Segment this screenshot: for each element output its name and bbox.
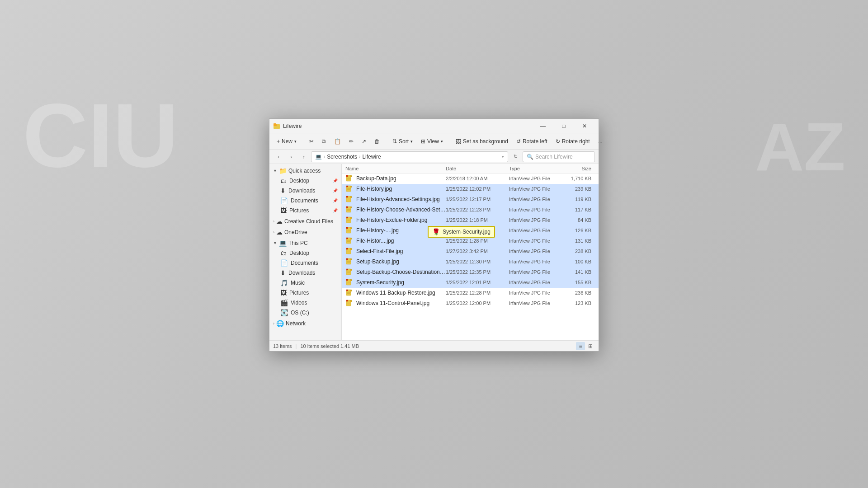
table-row[interactable]: ✦ Windows 11-Backup-Restore.jpg 1/25/202… <box>342 288 599 298</box>
file-name: Setup-Backup-Choose-Destination.jpg <box>356 269 446 275</box>
forward-button[interactable]: › <box>286 151 297 162</box>
rotate-left-button[interactable]: ↺ Rotate left <box>513 135 551 148</box>
documents-folder-icon: 📄 <box>280 197 288 204</box>
sidebar-item-pc-documents[interactable]: 📄 Documents <box>269 258 341 268</box>
file-icon: ✦ <box>345 185 354 193</box>
file-icon: ✦ <box>345 195 354 203</box>
file-name: File-History-Advanced-Settings.jpg <box>356 196 446 202</box>
window-controls: — □ ✕ <box>533 119 595 133</box>
svg-rect-34 <box>347 220 351 220</box>
creative-cloud-icon: ☁ <box>276 218 283 225</box>
table-row[interactable]: ✦ File-History-Choose-Advanced-Settings.… <box>342 205 599 215</box>
file-size: 100 KB <box>563 259 595 264</box>
breadcrumb-lifewire[interactable]: Lifewire <box>362 154 381 160</box>
sort-button[interactable]: ⇅ Sort ▾ <box>389 135 416 148</box>
share-button[interactable]: ↗ <box>358 135 370 148</box>
breadcrumb[interactable]: 💻 › Screenshots › Lifewire ▾ <box>311 151 508 162</box>
svg-text:✦: ✦ <box>346 186 348 188</box>
new-chevron-icon: ▾ <box>294 139 297 144</box>
rename-button[interactable]: ✏ <box>345 135 357 148</box>
copy-button[interactable]: ⧉ <box>318 135 330 148</box>
sidebar-item-pc-desktop[interactable]: 🗂 Desktop <box>269 248 341 258</box>
cut-button[interactable]: ✂ <box>306 135 317 148</box>
file-size: 84 KB <box>563 217 595 223</box>
view-button[interactable]: ⊞ View ▾ <box>417 135 447 148</box>
pc-documents-icon: 📄 <box>280 259 288 267</box>
sidebar-item-music[interactable]: 🎵 Music <box>269 278 341 288</box>
sidebar-item-videos[interactable]: 🎬 Videos <box>269 298 341 308</box>
svg-rect-70 <box>347 272 350 273</box>
desktop-folder-icon: 🗂 <box>280 177 287 184</box>
svg-text:✦: ✦ <box>346 300 348 302</box>
creative-cloud-chevron: › <box>273 219 274 224</box>
file-icon: ✦ <box>345 268 354 276</box>
maximize-button[interactable]: □ <box>553 119 574 133</box>
svg-text:✦: ✦ <box>346 258 348 260</box>
sidebar-item-pictures[interactable]: 🖼 Pictures 📌 <box>269 206 341 216</box>
sidebar-creative-cloud-header[interactable]: › ☁ Creative Cloud Files <box>269 216 341 226</box>
col-date-header[interactable]: Date <box>446 166 509 171</box>
grid-view-button[interactable]: ⊞ <box>586 342 595 350</box>
file-size: 238 KB <box>563 249 595 254</box>
svg-text:✦: ✦ <box>346 196 348 198</box>
back-button[interactable]: ‹ <box>273 151 284 162</box>
table-row[interactable]: ✦ Backup-Data.jpg 2/2/2018 12:00 AM Irfa… <box>342 174 599 184</box>
sidebar-item-documents[interactable]: 📄 Documents 📌 <box>269 196 341 206</box>
table-row[interactable]: ✦ Windows 11-Control-Panel.jpg 1/25/2022… <box>342 298 599 309</box>
search-placeholder: Search Lifewire <box>535 154 573 160</box>
table-row[interactable]: ✦ File-History-Exclue-Folder.jpg 1/25/20… <box>342 215 599 225</box>
creative-cloud-section: › ☁ Creative Cloud Files <box>269 216 341 226</box>
paste-button[interactable]: 📋 <box>330 135 344 148</box>
col-name-header[interactable]: Name <box>345 166 446 171</box>
network-icon: 🌐 <box>276 320 284 327</box>
close-button[interactable]: ✕ <box>574 119 595 133</box>
file-size: 155 KB <box>563 280 595 285</box>
svg-rect-56 <box>347 252 350 252</box>
file-type: IrfanView JPG File <box>509 300 563 306</box>
svg-rect-62 <box>347 261 351 262</box>
sidebar-this-pc-header[interactable]: ▼ 💻 This PC <box>269 238 341 248</box>
table-row[interactable]: ✦ System-Security.jpg 1/25/2022 12:01 PM… <box>342 277 599 288</box>
sidebar-quick-access-header[interactable]: ▼ 📁 Quick access <box>269 166 341 176</box>
col-size-header[interactable]: Size <box>563 166 595 171</box>
sidebar-item-pc-downloads[interactable]: ⬇ Downloads <box>269 268 341 278</box>
bg-watermark2: AZ <box>755 113 845 181</box>
search-box[interactable]: 🔍 Search Lifewire <box>523 151 595 162</box>
svg-rect-83 <box>347 292 351 293</box>
sidebar-network-header[interactable]: › 🌐 Network <box>269 319 341 328</box>
sidebar-item-pc-pictures[interactable]: 🖼 Pictures <box>269 288 341 298</box>
sidebar-onedrive-header[interactable]: › ☁ OneDrive <box>269 227 341 237</box>
sidebar-item-downloads[interactable]: ⬇ Downloads 📌 <box>269 186 341 196</box>
file-icon: ✦ <box>345 237 354 245</box>
file-size: 131 KB <box>563 238 595 244</box>
col-type-header[interactable]: Type <box>509 166 563 171</box>
file-name: File-History-Exclue-Folder.jpg <box>356 217 446 223</box>
file-name: Windows 11-Backup-Restore.jpg <box>356 290 446 296</box>
table-row[interactable]: ✦ File-History.jpg 1/25/2022 12:02 PM Ir… <box>342 184 599 194</box>
delete-button[interactable]: 🗑 <box>371 135 383 148</box>
new-button[interactable]: + New ▾ <box>273 135 300 148</box>
table-row[interactable]: ✦ Select-First-File.jpg 1/27/2022 3:42 P… <box>342 246 599 257</box>
set-bg-button[interactable]: 🖼 Set as background <box>452 135 512 148</box>
list-view-button[interactable]: ≡ <box>576 342 585 350</box>
refresh-button[interactable]: ↻ <box>510 151 521 162</box>
sidebar-item-desktop[interactable]: 🗂 Desktop 📌 <box>269 176 341 186</box>
table-row[interactable]: ✦ Setup-Backup-Choose-Destination.jpg 1/… <box>342 267 599 277</box>
minimize-button[interactable]: — <box>533 119 553 133</box>
sidebar-documents-label: Documents <box>291 197 318 204</box>
file-icon: ✦ <box>345 299 354 307</box>
svg-rect-76 <box>347 282 351 282</box>
rotate-right-button[interactable]: ↻ Rotate right <box>552 135 594 148</box>
quick-access-chevron: ▼ <box>273 169 277 173</box>
file-size: 141 KB <box>563 269 595 275</box>
up-button[interactable]: ↑ <box>298 151 309 162</box>
breadcrumb-screenshots[interactable]: Screenshots <box>327 154 357 160</box>
svg-text:✦: ✦ <box>346 248 348 250</box>
window-title: Lifewire <box>283 123 533 129</box>
file-date: 1/25/2022 12:30 PM <box>446 259 509 264</box>
table-row[interactable]: ✦ Setup-Backup.jpg 1/25/2022 12:30 PM Ir… <box>342 257 599 267</box>
table-row[interactable]: ✦ File-History-Advanced-Settings.jpg 1/2… <box>342 194 599 205</box>
sidebar-item-os-c[interactable]: 💽 OS (C:) <box>269 308 341 318</box>
svg-rect-42 <box>347 231 350 231</box>
more-button[interactable]: ... <box>594 135 606 148</box>
